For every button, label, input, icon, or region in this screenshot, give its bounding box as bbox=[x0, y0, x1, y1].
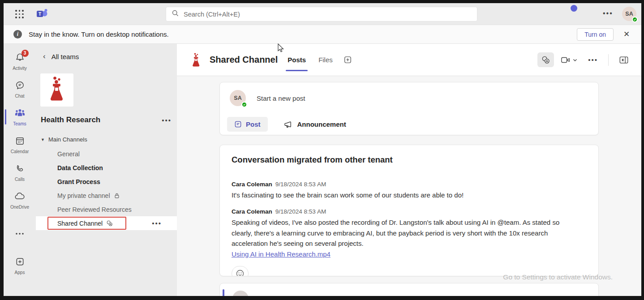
rail-item-chat[interactable]: Chat bbox=[4, 77, 36, 101]
notification-dot bbox=[571, 5, 577, 12]
add-tab-icon[interactable] bbox=[343, 56, 352, 64]
activity-badge: 3 bbox=[21, 50, 29, 57]
team-more-button[interactable]: ••• bbox=[162, 116, 172, 124]
compose-avatar: SA bbox=[230, 90, 246, 106]
screenshot-frame: T ••• SA i Stay in the know. Turn on des… bbox=[0, 0, 644, 300]
header-actions: ••• bbox=[537, 52, 632, 67]
search-input[interactable] bbox=[184, 11, 472, 18]
topbar-more-button[interactable]: ••• bbox=[603, 9, 613, 17]
team-avatar[interactable] bbox=[40, 73, 73, 107]
megaphone-icon bbox=[284, 120, 293, 129]
bell-icon: 3 bbox=[15, 52, 25, 64]
phone-icon bbox=[15, 163, 25, 176]
next-post-card bbox=[219, 283, 599, 296]
svg-text:T: T bbox=[39, 12, 41, 17]
cloud-icon bbox=[14, 191, 26, 203]
user-avatar[interactable]: SA bbox=[622, 7, 636, 21]
rail-item-activity[interactable]: 3 Activity bbox=[4, 50, 36, 73]
teams-window: T ••• SA i Stay in the know. Turn on des… bbox=[4, 3, 641, 296]
sidebar-channel-peer-reviewed-resources[interactable]: Peer Reviewed Resources bbox=[36, 202, 177, 216]
message-author[interactable]: Cara Coleman bbox=[232, 181, 272, 188]
message-author[interactable]: Cara Coleman bbox=[232, 208, 272, 215]
avatar bbox=[232, 291, 249, 296]
teams-icon bbox=[14, 108, 26, 120]
channel-list: General Data Collection Grant Process My… bbox=[36, 147, 177, 230]
message-timestamp: 9/18/2024 8:53 AM bbox=[275, 181, 326, 188]
channel-more-button[interactable]: ••• bbox=[152, 219, 162, 227]
banner-close-icon[interactable]: ✕ bbox=[623, 30, 631, 39]
app-rail: 3 Activity Chat bbox=[4, 44, 36, 296]
meet-button[interactable] bbox=[557, 53, 581, 67]
emoji-reaction-button[interactable] bbox=[232, 266, 249, 276]
header-separator bbox=[608, 54, 609, 66]
channel-flask-icon bbox=[188, 51, 204, 69]
teams-sidebar: ‹ All teams Health Research •• bbox=[36, 44, 177, 296]
attachment-link[interactable]: Using AI in Health Research.mp4 bbox=[232, 250, 331, 258]
unread-accent-bar bbox=[223, 289, 224, 296]
avatar-initials: SA bbox=[625, 11, 633, 17]
rail-item-onedrive[interactable]: OneDrive bbox=[4, 189, 36, 212]
calendar-icon bbox=[15, 136, 25, 148]
shared-channel-icon bbox=[106, 220, 113, 227]
message-timestamp: 9/18/2024 8:53 AM bbox=[275, 208, 326, 215]
shared-channel-indicator-icon[interactable] bbox=[537, 52, 554, 67]
team-header: Health Research ••• bbox=[41, 116, 172, 124]
header-more-button[interactable]: ••• bbox=[584, 53, 601, 66]
message: Cara Coleman 9/18/2024 8:53 AM Speaking … bbox=[232, 208, 580, 258]
sidebar-channel-shared-channel[interactable]: Shared Channel ••• bbox=[36, 216, 177, 230]
channel-title: Shared Channel bbox=[210, 55, 278, 65]
banner-text: Stay in the know. Turn on desktop notifi… bbox=[29, 30, 169, 38]
compose-card: SA Start a new post bbox=[219, 82, 599, 135]
top-bar: T ••• SA bbox=[4, 3, 641, 25]
all-teams-back[interactable]: ‹ All teams bbox=[43, 52, 79, 61]
main-channels-section[interactable]: ▼ Main Channels bbox=[41, 136, 87, 143]
chevron-left-icon: ‹ bbox=[43, 52, 46, 61]
open-pane-icon[interactable] bbox=[615, 53, 632, 67]
rail-item-apps[interactable]: Apps bbox=[4, 254, 36, 277]
rail-item-calendar[interactable]: Calendar bbox=[4, 133, 36, 156]
rail-item-calls[interactable]: Calls bbox=[4, 161, 36, 184]
channel-header: Shared Channel Posts Files bbox=[177, 44, 641, 76]
rail-item-teams[interactable]: Teams bbox=[4, 105, 36, 129]
tab-files[interactable]: Files bbox=[318, 52, 334, 67]
app-launcher-icon[interactable] bbox=[15, 10, 24, 19]
chevron-down-icon[interactable] bbox=[572, 57, 578, 63]
sidebar-channel-general[interactable]: General bbox=[36, 147, 177, 161]
search-icon bbox=[172, 9, 179, 19]
team-name: Health Research bbox=[41, 116, 100, 124]
apps-icon bbox=[15, 257, 25, 269]
search-bar[interactable] bbox=[166, 7, 477, 21]
sidebar-channel-grant-process[interactable]: Grant Process bbox=[36, 175, 177, 189]
posts-pane: SA Start a new post bbox=[177, 76, 641, 296]
presence-available-icon bbox=[241, 102, 247, 107]
channel-tabs: Posts Files bbox=[287, 52, 334, 67]
avatar-initials: SA bbox=[234, 95, 241, 101]
thread-title: Conversation migrated from other tenant bbox=[232, 155, 393, 165]
post-icon bbox=[234, 120, 242, 128]
sidebar-channel-my-private-channel[interactable]: My private channel bbox=[36, 189, 177, 202]
lock-icon bbox=[114, 193, 120, 199]
teams-logo-icon: T bbox=[36, 8, 48, 21]
chat-icon bbox=[15, 80, 25, 92]
message: Cara Coleman 9/18/2024 8:53 AM It's fasc… bbox=[232, 181, 580, 201]
post-button[interactable]: Post bbox=[227, 117, 268, 132]
message-text: It's fascinating to see the brain scan w… bbox=[232, 190, 580, 201]
turn-on-button[interactable]: Turn on bbox=[577, 28, 614, 41]
info-icon: i bbox=[13, 30, 22, 39]
more-icon bbox=[15, 229, 24, 237]
sidebar-channel-data-collection[interactable]: Data Collection bbox=[36, 161, 177, 175]
triangle-down-icon: ▼ bbox=[41, 137, 45, 142]
notification-banner: i Stay in the know. Turn on desktop noti… bbox=[4, 25, 641, 44]
thread-card: Conversation migrated from other tenant … bbox=[219, 145, 599, 276]
channel-main: Shared Channel Posts Files bbox=[177, 44, 641, 296]
message-text: Speaking of videos, I've also posted the… bbox=[232, 217, 580, 249]
start-new-post-field[interactable]: Start a new post bbox=[257, 94, 305, 102]
rail-item-more[interactable] bbox=[4, 227, 36, 239]
presence-available-icon bbox=[632, 17, 638, 22]
announcement-button[interactable]: Announcement bbox=[284, 120, 346, 129]
tab-posts[interactable]: Posts bbox=[287, 52, 307, 67]
flask-icon bbox=[45, 76, 69, 104]
